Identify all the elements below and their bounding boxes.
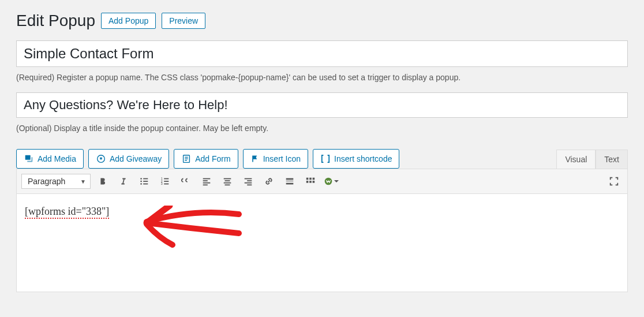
- align-left-icon: [201, 176, 212, 187]
- align-center-button[interactable]: [219, 173, 236, 190]
- svg-rect-18: [203, 178, 211, 180]
- align-left-button[interactable]: [198, 173, 215, 190]
- svg-rect-22: [224, 178, 231, 180]
- shortcode-text: [wpforms id="338"]: [25, 206, 109, 218]
- blockquote-button[interactable]: [177, 173, 194, 190]
- svg-rect-13: [164, 178, 169, 180]
- insert-shortcode-button[interactable]: Insert shortcode: [313, 149, 399, 169]
- add-media-button[interactable]: Add Media: [16, 149, 84, 169]
- quote-icon: [181, 176, 191, 187]
- link-icon: [264, 176, 274, 187]
- editor-content-area[interactable]: [wpforms id="338"]: [16, 194, 628, 292]
- svg-rect-11: [143, 184, 148, 185]
- svg-rect-35: [313, 178, 315, 180]
- tab-text[interactable]: Text: [596, 150, 628, 169]
- insert-icon-button[interactable]: Insert Icon: [243, 149, 308, 169]
- format-select[interactable]: Paragraph: [21, 174, 91, 189]
- svg-point-10: [140, 183, 142, 185]
- svg-rect-31: [286, 181, 294, 181]
- bold-button[interactable]: [94, 173, 111, 190]
- page-title: Edit Popup: [16, 12, 95, 30]
- brackets-icon: [320, 154, 331, 163]
- svg-rect-25: [225, 184, 230, 185]
- wpforms-toolbar-button[interactable]: [323, 173, 340, 190]
- svg-rect-32: [286, 183, 294, 185]
- svg-rect-9: [143, 181, 148, 182]
- fullscreen-icon: [609, 176, 619, 187]
- bullet-list-icon: [139, 176, 149, 187]
- read-more-button[interactable]: [281, 173, 298, 190]
- popup-name-helper: (Required) Register a popup name. The CS…: [16, 73, 628, 82]
- svg-rect-27: [247, 180, 252, 181]
- svg-rect-20: [203, 182, 211, 184]
- svg-rect-15: [164, 181, 169, 182]
- svg-rect-26: [245, 178, 252, 180]
- svg-rect-38: [313, 181, 315, 183]
- svg-rect-36: [306, 181, 309, 183]
- link-button[interactable]: [260, 173, 278, 190]
- align-right-icon: [243, 176, 253, 187]
- form-icon: [181, 154, 192, 164]
- svg-point-8: [140, 181, 142, 182]
- popup-title-helper: (Optional) Display a title inside the po…: [16, 124, 628, 133]
- fullscreen-button[interactable]: [605, 173, 623, 190]
- popup-name-input[interactable]: [16, 40, 628, 67]
- italic-icon: [118, 176, 129, 187]
- tab-visual[interactable]: Visual: [556, 150, 596, 169]
- gift-icon: [96, 154, 106, 164]
- svg-rect-34: [309, 178, 312, 180]
- svg-rect-30: [286, 178, 294, 180]
- svg-rect-23: [225, 180, 230, 181]
- popup-title-input[interactable]: [16, 92, 628, 118]
- svg-rect-21: [203, 184, 208, 185]
- preview-button[interactable]: Preview: [162, 13, 205, 29]
- toolbar-toggle-button[interactable]: [302, 173, 319, 190]
- annotation-arrow: [135, 206, 250, 252]
- svg-rect-17: [164, 184, 169, 185]
- add-giveaway-button[interactable]: Add Giveaway: [88, 149, 169, 169]
- svg-rect-29: [247, 184, 252, 185]
- add-popup-button[interactable]: Add Popup: [101, 13, 156, 29]
- svg-rect-19: [203, 180, 208, 181]
- svg-text:3: 3: [161, 182, 163, 185]
- svg-point-6: [140, 178, 142, 180]
- bullet-list-button[interactable]: [136, 173, 153, 190]
- wpforms-icon: [323, 176, 334, 187]
- media-icon: [24, 154, 34, 164]
- add-form-button[interactable]: Add Form: [174, 149, 238, 169]
- chevron-down-icon: [334, 178, 339, 184]
- italic-button[interactable]: [115, 173, 132, 190]
- svg-rect-24: [224, 182, 231, 184]
- flag-icon: [250, 154, 260, 163]
- align-center-icon: [222, 176, 233, 187]
- toolbar-toggle-icon: [305, 176, 316, 187]
- svg-rect-33: [306, 178, 309, 180]
- svg-point-0: [27, 156, 28, 158]
- align-right-button[interactable]: [239, 173, 257, 190]
- read-more-icon: [284, 176, 295, 187]
- number-list-button[interactable]: 123: [156, 173, 174, 190]
- svg-rect-37: [309, 181, 312, 183]
- svg-rect-7: [143, 178, 148, 180]
- number-list-icon: 123: [160, 176, 170, 187]
- svg-rect-28: [245, 182, 252, 184]
- bold-icon: [98, 176, 108, 187]
